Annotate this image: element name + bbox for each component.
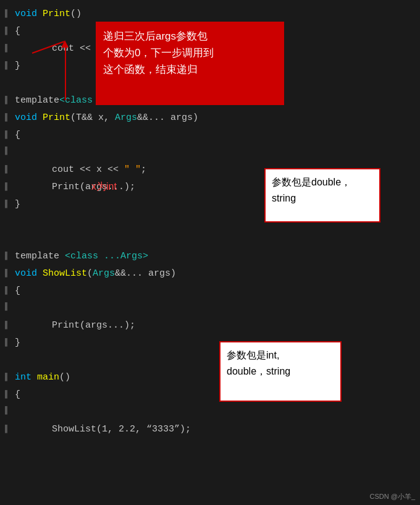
code-line-23: ▌ {	[0, 387, 420, 404]
watermark: CSDN @小羊_	[369, 492, 415, 501]
annotation-recursive: 递归三次后args参数包个数为0，下一步调用到这个函数，结束递归	[96, 22, 284, 105]
code-line-8: ▌ {	[0, 127, 420, 145]
func-print: Print	[43, 9, 70, 19]
code-line-21	[0, 352, 420, 370]
code-line-15: ▌ template <class ...Args>	[0, 248, 420, 266]
annotation-x-int: x为int	[91, 180, 117, 193]
code-plain: ()	[70, 9, 82, 19]
code-line-25: ▌ ShowList(1, 2.2, “3333”);	[0, 422, 420, 439]
code-line-24: ▌	[0, 404, 420, 422]
code-line-17: ▌ {	[0, 283, 420, 300]
code-line-16: ▌ void ShowList(Args&&... args)	[0, 266, 420, 283]
keyword-void: void	[15, 9, 43, 19]
code-line-18: ▌	[0, 300, 420, 318]
annotation-args-double-string: 参数包是double，string	[264, 168, 380, 223]
annotation-args-int-double-string: 参数包是int,double，string	[219, 341, 342, 402]
code-line-1: ▌ void Print()	[0, 6, 420, 23]
arrow-line-up	[65, 45, 66, 100]
code-line-22: ▌ int main()	[0, 370, 420, 387]
code-line-19: ▌ Print(args...);	[0, 318, 420, 335]
code-line-14	[0, 231, 420, 248]
gutter-1: ▌	[5, 7, 12, 21]
code-line-9: ▌	[0, 145, 420, 162]
code-line-20: ▌ }	[0, 335, 420, 352]
code-line-7: ▌ void Print(T&& x, Args&&... args)	[0, 110, 420, 127]
